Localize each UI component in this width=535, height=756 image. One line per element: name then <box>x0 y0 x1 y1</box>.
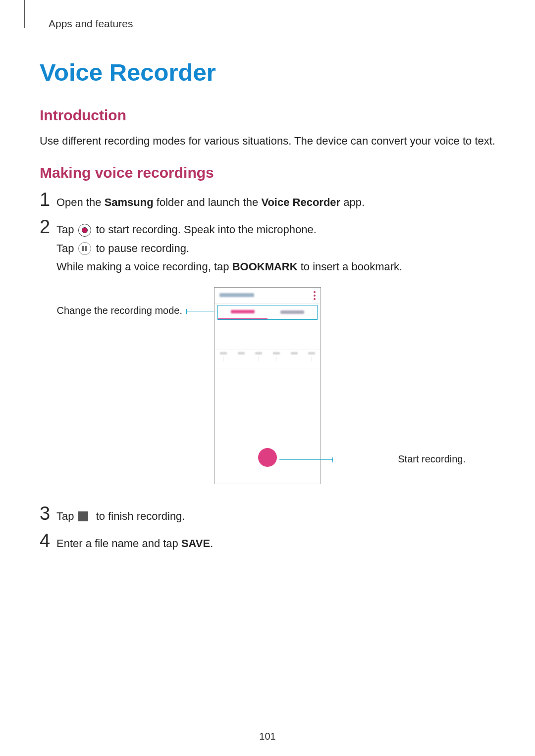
callout-start-recording: Start recording. <box>398 454 466 465</box>
record-button[interactable] <box>258 448 277 467</box>
pause-icon <box>78 242 92 256</box>
more-options-icon[interactable] <box>314 291 316 300</box>
step-2-line-1: Tap to start recording. Speak into the m… <box>56 220 495 239</box>
step-2: 2 Tap to start recording. Speak into the… <box>40 217 495 276</box>
callout-line-right <box>279 459 333 460</box>
phone-app-title <box>219 293 254 297</box>
breadcrumb: Apps and features <box>49 18 495 30</box>
step-4: 4 Enter a file name and tap SAVE. <box>40 531 495 553</box>
stop-icon <box>78 510 92 524</box>
record-icon <box>78 224 92 238</box>
step-4-line-1: Enter a file name and tap SAVE. <box>56 534 495 553</box>
section-making-heading: Making voice recordings <box>40 164 495 181</box>
step-1-line-1: Open the Samsung folder and launch the V… <box>56 193 495 211</box>
phone-titlebar <box>214 288 321 303</box>
step-3-line-1: Tap to finish recording. <box>56 507 495 525</box>
page-title: Voice Recorder <box>40 58 495 86</box>
header-divider <box>24 0 25 28</box>
step-number: 3 <box>40 504 56 523</box>
step-2-line-2: Tap to pause recording. <box>56 239 495 257</box>
recording-mode-tabs[interactable] <box>217 305 318 320</box>
step-number: 1 <box>40 190 56 209</box>
callout-line-left <box>186 311 216 312</box>
step-2-line-3: While making a voice recording, tap BOOK… <box>56 257 495 276</box>
section-introduction-heading: Introduction <box>40 107 495 124</box>
page-number: 101 <box>0 731 535 742</box>
step-3: 3 Tap to finish recording. <box>40 504 495 525</box>
tab-inactive[interactable] <box>268 305 317 319</box>
timeline-ruler <box>214 350 321 368</box>
phone-frame <box>214 287 321 484</box>
phone-diagram: Change the recording mode. Start re <box>40 287 495 490</box>
tab-active[interactable] <box>218 305 268 319</box>
step-number: 2 <box>40 217 56 236</box>
intro-text: Use different recording modes for variou… <box>40 133 495 150</box>
step-1: 1 Open the Samsung folder and launch the… <box>40 190 495 211</box>
step-number: 4 <box>40 531 56 550</box>
